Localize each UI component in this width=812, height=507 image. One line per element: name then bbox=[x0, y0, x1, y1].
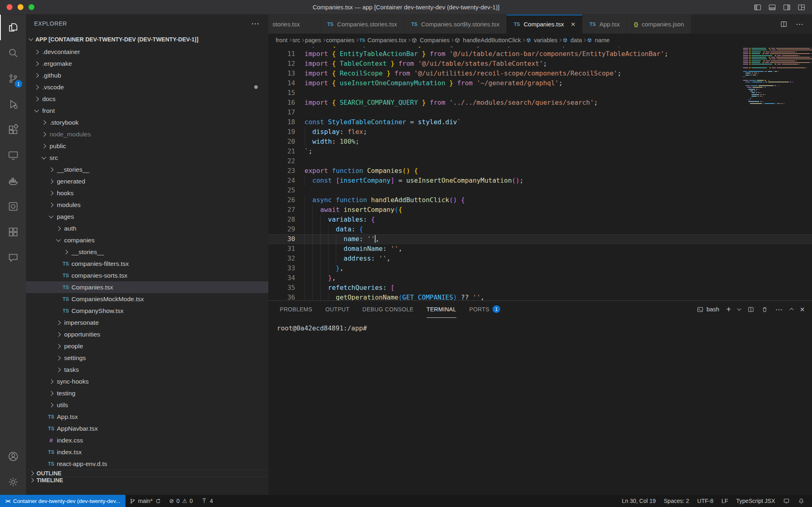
remote-indicator[interactable]: >< Container dev-twenty-dev (dev-twenty-… bbox=[0, 495, 125, 507]
toggle-panel-icon[interactable] bbox=[768, 3, 776, 11]
test-explorer-icon[interactable] bbox=[0, 219, 26, 245]
tree-item-vscode[interactable]: .vscode bbox=[26, 81, 268, 93]
breadcrumb-item-name[interactable]: name bbox=[587, 37, 609, 43]
tree-item-node-modules[interactable]: node_modules bbox=[26, 128, 268, 140]
tree-item-src[interactable]: src bbox=[26, 152, 268, 164]
tree-item-companyshow-tsx[interactable]: TSCompanyShow.tsx bbox=[26, 305, 268, 317]
tree-item-generated[interactable]: generated bbox=[26, 175, 268, 187]
workspace-section-header[interactable]: APP [CONTAINER DEV-TWENTY-DEV (DEV-TWENT… bbox=[26, 32, 268, 46]
tree-item-front[interactable]: front bbox=[26, 105, 268, 117]
tree-item-pages[interactable]: pages bbox=[26, 211, 268, 222]
tree-item-companies-filters-tsx[interactable]: TScompanies-filters.tsx bbox=[26, 258, 268, 270]
breadcrumb-item-data[interactable]: data bbox=[562, 37, 582, 43]
tree-item-public[interactable]: public bbox=[26, 140, 268, 152]
problems-indicator[interactable]: ⊘ 0 ⚠ 0 bbox=[165, 495, 197, 507]
terminal-dropdown-icon[interactable] bbox=[738, 309, 741, 310]
tree-item-people[interactable]: people bbox=[26, 340, 268, 352]
split-terminal-icon[interactable] bbox=[747, 306, 754, 313]
cursor-position-indicator[interactable]: Ln 30, Col 19 bbox=[618, 495, 660, 507]
tree-item-sync-hooks[interactable]: sync-hooks bbox=[26, 375, 268, 387]
tree-item-auth[interactable]: auth bbox=[26, 222, 268, 234]
layout-indicator[interactable] bbox=[779, 495, 794, 507]
extensions-icon[interactable] bbox=[0, 117, 26, 142]
breadcrumb-item-variables[interactable]: variables bbox=[526, 37, 557, 43]
tree-item-settings[interactable]: settings bbox=[26, 352, 268, 364]
tab-companies-json[interactable]: {}companies.json bbox=[627, 15, 691, 34]
sidebar-section-timeline[interactable]: TIMELINE bbox=[26, 477, 268, 483]
explorer-icon[interactable] bbox=[0, 15, 26, 40]
panel-tab-terminal[interactable]: TERMINAL bbox=[427, 301, 456, 318]
tree-item-appnavbar-tsx[interactable]: TSAppNavbar.tsx bbox=[26, 423, 268, 434]
close-window-button[interactable] bbox=[6, 4, 13, 10]
docker-icon[interactable] bbox=[0, 168, 26, 194]
tree-item-companies-tsx[interactable]: TSCompanies.tsx bbox=[26, 281, 268, 293]
minimap[interactable] bbox=[743, 48, 789, 105]
tree-item-stories[interactable]: __stories__ bbox=[26, 246, 268, 258]
minimize-window-button[interactable] bbox=[17, 4, 24, 10]
explorer-more-actions-icon[interactable]: ⋯ bbox=[251, 22, 259, 26]
tab-stories-tsx[interactable]: stories.tsx bbox=[268, 15, 320, 34]
tree-item-ergomake[interactable]: .ergomake bbox=[26, 58, 268, 69]
tree-item-react-app-env-d-ts[interactable]: TSreact-app-env.d.ts bbox=[26, 458, 268, 470]
tab-app-tsx[interactable]: TSApp.tsx bbox=[583, 15, 627, 34]
toggle-secondary-sidebar-icon[interactable] bbox=[783, 3, 791, 11]
tab-companies-sortby-stories-tsx[interactable]: TSCompanies.sortBy.stories.tsx bbox=[404, 15, 507, 34]
encoding-indicator[interactable]: UTF-8 bbox=[693, 495, 717, 507]
panel-more-actions-icon[interactable]: ⋯ bbox=[775, 305, 783, 314]
tree-item-modules[interactable]: modules bbox=[26, 199, 268, 211]
tree-item-app-tsx[interactable]: TSApp.tsx bbox=[26, 411, 268, 423]
tab-companies-tsx[interactable]: TSCompanies.tsx× bbox=[507, 15, 583, 34]
kill-terminal-icon[interactable] bbox=[761, 306, 768, 313]
tree-item-opportunities[interactable]: opportunities bbox=[26, 328, 268, 340]
breadcrumb-item-companies[interactable]: Companies bbox=[411, 37, 449, 43]
ports-indicator[interactable]: 4 bbox=[197, 495, 217, 507]
breadcrumb-item-handleaddbuttonclick[interactable]: handleAddButtonClick bbox=[454, 37, 521, 43]
tree-item-tasks[interactable]: tasks bbox=[26, 364, 268, 375]
source-control-icon[interactable]: 1 bbox=[0, 66, 26, 91]
tree-item-companies[interactable]: companies bbox=[26, 234, 268, 246]
language-mode-indicator[interactable]: TypeScript JSX bbox=[732, 495, 779, 507]
split-editor-icon[interactable] bbox=[780, 20, 788, 28]
panel-tab-problems[interactable]: PROBLEMS bbox=[280, 301, 312, 318]
accounts-icon[interactable] bbox=[0, 444, 26, 469]
tree-item-index-css[interactable]: #index.css bbox=[26, 434, 268, 446]
live-share-icon[interactable] bbox=[0, 245, 26, 270]
terminal-shell-item[interactable]: bash bbox=[697, 306, 719, 313]
tree-item-utils[interactable]: utils bbox=[26, 399, 268, 411]
sidebar-section-outline[interactable]: OUTLINE bbox=[26, 470, 268, 477]
close-panel-icon[interactable]: × bbox=[800, 305, 805, 313]
maximize-panel-icon[interactable] bbox=[790, 307, 793, 311]
settings-icon[interactable] bbox=[0, 469, 26, 495]
tree-item-stories[interactable]: __stories__ bbox=[26, 164, 268, 175]
breadcrumb-item-companies[interactable]: companies bbox=[326, 37, 354, 43]
eol-indicator[interactable]: LF bbox=[717, 495, 732, 507]
customize-layout-icon[interactable] bbox=[797, 3, 806, 11]
tree-item-storybook[interactable]: .storybook bbox=[26, 117, 268, 128]
code-editor[interactable]: 10import { WithTopBarContainer } from '@… bbox=[268, 47, 812, 300]
tree-item-companiesmockmode-tsx[interactable]: TSCompaniesMockMode.tsx bbox=[26, 293, 268, 305]
gitlens-icon[interactable] bbox=[0, 194, 26, 219]
zoom-window-button[interactable] bbox=[28, 4, 35, 10]
git-branch-indicator[interactable]: main* bbox=[125, 495, 165, 507]
tree-item-impersonate[interactable]: impersonate bbox=[26, 317, 268, 328]
breadcrumb-item-pages[interactable]: pages bbox=[305, 37, 321, 43]
panel-tab-debug-console[interactable]: DEBUG CONSOLE bbox=[363, 301, 414, 318]
breadcrumb-item-src[interactable]: src bbox=[292, 37, 300, 43]
tree-item-docs[interactable]: docs bbox=[26, 93, 268, 105]
tree-item-devcontainer[interactable]: .devcontainer bbox=[26, 46, 268, 58]
more-actions-icon[interactable]: ⋯ bbox=[796, 19, 804, 29]
close-tab-icon[interactable]: × bbox=[571, 20, 575, 28]
breadcrumb-item-companies-tsx[interactable]: TSCompanies.tsx bbox=[359, 37, 406, 43]
tree-item-testing[interactable]: testing bbox=[26, 387, 268, 399]
tree-item-companies-sorts-tsx[interactable]: TScompanies-sorts.tsx bbox=[26, 270, 268, 281]
panel-tab-ports[interactable]: PORTS1 bbox=[469, 301, 500, 318]
remote-explorer-icon[interactable] bbox=[0, 142, 26, 168]
tab-companies-stories-tsx[interactable]: TSCompanies.stories.tsx bbox=[320, 15, 404, 34]
indentation-indicator[interactable]: Spaces: 2 bbox=[660, 495, 693, 507]
tree-item-hooks[interactable]: hooks bbox=[26, 187, 268, 199]
new-terminal-icon[interactable]: + bbox=[726, 305, 731, 313]
panel-tab-output[interactable]: OUTPUT bbox=[325, 301, 349, 318]
toggle-sidebar-icon[interactable] bbox=[754, 3, 762, 11]
notifications-indicator[interactable] bbox=[794, 495, 809, 507]
breadcrumb-item-front[interactable]: front bbox=[276, 37, 287, 43]
